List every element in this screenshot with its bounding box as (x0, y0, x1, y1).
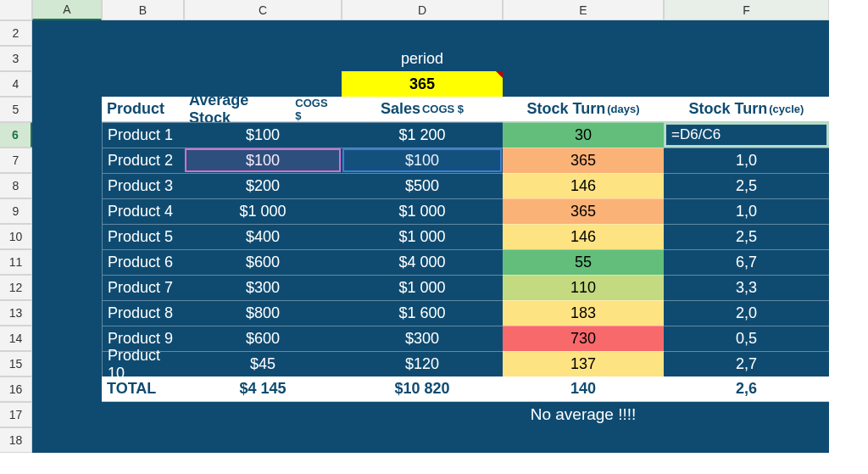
no-average-note[interactable]: No average !!!! (503, 402, 664, 427)
cell-sales[interactable]: $1 600 (342, 300, 503, 326)
col-header-F[interactable]: F (664, 0, 829, 20)
row-header[interactable]: 7 (0, 148, 32, 173)
col-header-C[interactable]: C (184, 0, 342, 20)
row-header[interactable]: 16 (0, 376, 32, 402)
cell-product[interactable]: Product 2 (102, 148, 184, 173)
row-header[interactable]: 17 (0, 402, 32, 427)
col-header-A[interactable]: A (32, 0, 102, 20)
cell-avg-stock[interactable]: $100 (184, 148, 342, 173)
row-header[interactable]: 15 (0, 351, 32, 376)
row-header[interactable]: 12 (0, 275, 32, 300)
total-avg[interactable]: $4 145 (184, 376, 342, 402)
row-header[interactable]: 8 (0, 173, 32, 198)
period-label[interactable]: period (342, 46, 503, 71)
cell-product[interactable]: Product 10 (102, 351, 184, 376)
hdr-avg-stock[interactable]: Average StockCOGS $ (184, 97, 342, 122)
row-header[interactable]: 3 (0, 46, 32, 71)
cell-turn-cycle[interactable]: 0,5 (664, 326, 829, 351)
hdr-product-text: Product (107, 100, 164, 118)
cell-product[interactable]: Product 3 (102, 173, 184, 198)
cell-turn-cycle[interactable]: 6,7 (664, 249, 829, 275)
row-header[interactable]: 10 (0, 224, 32, 249)
row-header[interactable]: 2 (0, 20, 32, 46)
hdr-product[interactable]: Product (102, 97, 184, 122)
cell-avg-stock[interactable]: $800 (184, 300, 342, 326)
row-header[interactable]: 18 (0, 427, 32, 453)
cell-sales[interactable]: $1 000 (342, 198, 503, 224)
cell-turn-days[interactable]: 183 (503, 300, 664, 326)
cell-product[interactable]: Product 5 (102, 224, 184, 249)
cell-product[interactable]: Product 6 (102, 249, 184, 275)
row-header[interactable]: 4 (0, 71, 32, 97)
cell-turn-cycle[interactable]: 1,0 (664, 148, 829, 173)
cell-turn-cycle[interactable]: 2,5 (664, 224, 829, 249)
cell-sales[interactable]: $300 (342, 326, 503, 351)
total-sales[interactable]: $10 820 (342, 376, 503, 402)
cell-turn-days[interactable]: 55 (503, 249, 664, 275)
cell-product[interactable]: Product 4 (102, 198, 184, 224)
cell-turn-days[interactable]: 146 (503, 173, 664, 198)
cell-turn-days[interactable]: 365 (503, 198, 664, 224)
cell-turn-cycle[interactable]: =D6/C6 (664, 122, 829, 148)
cell-avg-stock[interactable]: $300 (184, 275, 342, 300)
cell-turn-days[interactable]: 30 (503, 122, 664, 148)
period-value[interactable]: 365 (342, 71, 503, 97)
cell-avg-stock[interactable]: $400 (184, 224, 342, 249)
cell-sales[interactable]: $4 000 (342, 249, 503, 275)
cell-avg-stock[interactable]: $200 (184, 173, 342, 198)
cell-turn-cycle[interactable]: 2,5 (664, 173, 829, 198)
row-header[interactable]: 9 (0, 198, 32, 224)
cell-avg-stock[interactable]: $1 000 (184, 198, 342, 224)
total-cycle[interactable]: 2,6 (664, 376, 829, 402)
col-header-B[interactable]: B (102, 0, 184, 20)
cell-sales[interactable]: $1 000 (342, 224, 503, 249)
spreadsheet[interactable]: A B C D E F 2 3 4 5 6 7 8 9 10 11 12 13 … (0, 0, 868, 453)
cell-turn-days[interactable]: 730 (503, 326, 664, 351)
cell-sales[interactable]: $1 200 (342, 122, 503, 148)
cell-avg-stock[interactable]: $100 (184, 122, 342, 148)
cell-sales[interactable]: $100 (342, 148, 503, 173)
cell-sales[interactable]: $120 (342, 351, 503, 376)
total-days[interactable]: 140 (503, 376, 664, 402)
cell-avg-stock[interactable]: $600 (184, 326, 342, 351)
row-header[interactable]: 13 (0, 300, 32, 326)
col-header-D[interactable]: D (342, 0, 503, 20)
cell-turn-cycle[interactable]: 3,3 (664, 275, 829, 300)
cell-turn-days[interactable]: 137 (503, 351, 664, 376)
cell-turn-days[interactable]: 146 (503, 224, 664, 249)
cell-turn-days[interactable]: 110 (503, 275, 664, 300)
cell-product[interactable]: Product 7 (102, 275, 184, 300)
cell-turn-cycle[interactable]: 1,0 (664, 198, 829, 224)
row-header[interactable]: 11 (0, 249, 32, 275)
hdr-turn-days[interactable]: Stock Turn(days) (503, 97, 664, 122)
cell-avg-stock[interactable]: $600 (184, 249, 342, 275)
hdr-sales[interactable]: SalesCOGS $ (342, 97, 503, 122)
row-header[interactable]: 6 (0, 122, 32, 148)
select-all-corner[interactable] (0, 0, 32, 20)
cell-sales[interactable]: $500 (342, 173, 503, 198)
total-label[interactable]: TOTAL (102, 376, 184, 402)
row-header[interactable]: 5 (0, 97, 32, 122)
cell-turn-cycle[interactable]: 2,0 (664, 300, 829, 326)
cell-sales[interactable]: $1 000 (342, 275, 503, 300)
cell-turn-cycle[interactable]: 2,7 (664, 351, 829, 376)
cell-avg-stock[interactable]: $45 (184, 351, 342, 376)
cell-product[interactable]: Product 8 (102, 300, 184, 326)
row-header[interactable]: 14 (0, 326, 32, 351)
hdr-turn-cycle[interactable]: Stock Turn(cycle) (664, 97, 829, 122)
col-header-E[interactable]: E (503, 0, 664, 20)
cell-product[interactable]: Product 1 (102, 122, 184, 148)
cell-turn-days[interactable]: 365 (503, 148, 664, 173)
